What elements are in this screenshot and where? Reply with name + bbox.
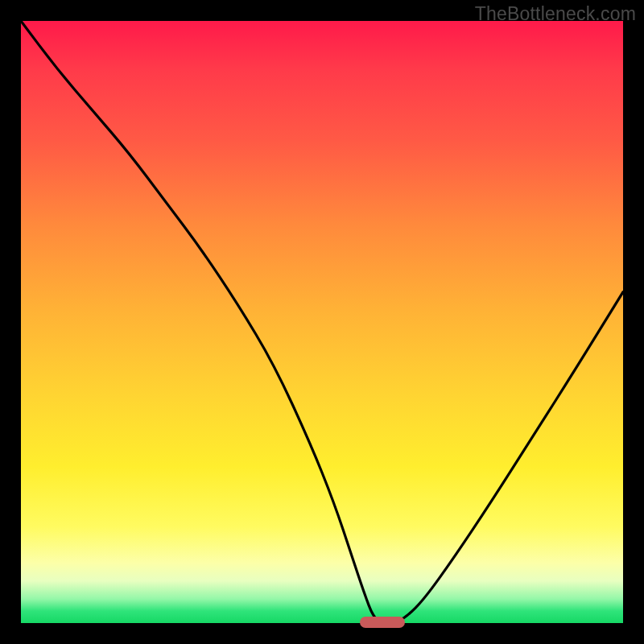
chart-plot-area <box>21 21 623 623</box>
chart-frame: TheBottleneck.com <box>0 0 644 644</box>
watermark-text: TheBottleneck.com <box>475 3 636 25</box>
bottleneck-curve <box>21 21 623 623</box>
optimal-marker <box>360 617 405 628</box>
